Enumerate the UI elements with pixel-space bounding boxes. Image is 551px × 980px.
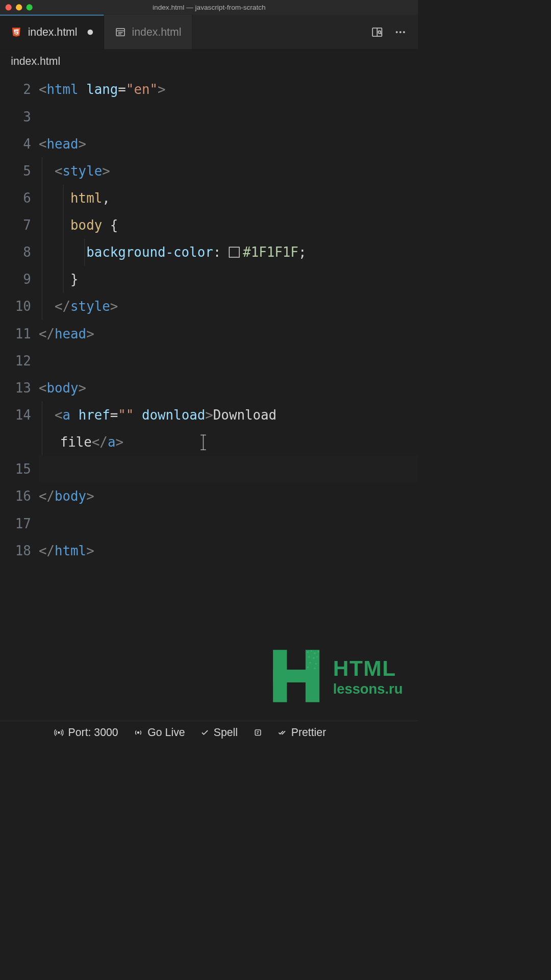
watermark-subtitle: lessons.ru [333, 680, 403, 697]
broadcast-icon [134, 728, 143, 737]
broadcast-icon [54, 728, 63, 737]
window-title: index.html — javascript-from-scratch [153, 3, 266, 11]
html5-icon [11, 27, 21, 37]
svg-point-9 [399, 31, 402, 33]
h-logo-icon [267, 643, 325, 709]
svg-point-24 [314, 668, 315, 669]
svg-point-22 [315, 663, 317, 665]
svg-point-14 [307, 651, 309, 653]
status-spell[interactable]: Spell [201, 726, 238, 739]
svg-rect-12 [273, 670, 308, 682]
watermark-logo: HTML lessons.ru [267, 643, 403, 709]
svg-point-25 [58, 731, 60, 733]
color-swatch-icon[interactable] [229, 247, 240, 257]
svg-point-20 [316, 656, 318, 657]
tab-index-html-active[interactable]: index.html [0, 15, 104, 50]
status-prettier[interactable]: Prettier [278, 726, 326, 739]
check-icon [201, 728, 209, 737]
format-icon [253, 728, 262, 737]
tab-label: index.html [132, 26, 182, 38]
tab-label: index.html [28, 26, 78, 38]
text-cursor [203, 434, 203, 450]
dirty-indicator-icon [87, 29, 93, 35]
svg-rect-13 [306, 650, 319, 702]
tab-bar: index.html index.html [0, 15, 418, 50]
svg-point-18 [308, 656, 310, 657]
svg-rect-27 [255, 730, 261, 736]
watermark-title: HTML [333, 655, 403, 680]
more-actions-button[interactable] [393, 25, 407, 39]
svg-point-21 [309, 662, 311, 664]
svg-point-6 [378, 31, 381, 33]
close-window-button[interactable] [6, 4, 12, 10]
status-bar: Port: 3000 Go Live Spell Prettier [0, 721, 418, 744]
traffic-lights [6, 4, 33, 10]
breadcrumb[interactable]: index.html [0, 50, 418, 73]
svg-point-16 [314, 652, 316, 654]
svg-point-26 [138, 731, 139, 733]
svg-point-8 [396, 31, 398, 33]
code-area[interactable]: <html lang="en"><head> <style> html, bod… [39, 76, 418, 564]
svg-point-23 [307, 667, 309, 668]
split-preview-button[interactable] [370, 25, 384, 39]
breadcrumb-item: index.html [11, 55, 60, 67]
preview-icon [115, 27, 126, 37]
svg-point-19 [313, 657, 315, 659]
line-number-gutter: 23456789101112131415161718 [0, 76, 39, 564]
maximize-window-button[interactable] [27, 4, 33, 10]
status-port[interactable]: Port: 3000 [54, 726, 118, 739]
tab-index-html-preview[interactable]: index.html [104, 15, 193, 50]
status-prettier-icon-only[interactable] [253, 728, 262, 737]
tab-actions [370, 15, 418, 50]
double-check-icon [278, 728, 287, 737]
titlebar: index.html — javascript-from-scratch [0, 0, 418, 15]
code-editor[interactable]: 23456789101112131415161718 <html lang="e… [0, 73, 418, 564]
svg-point-10 [403, 31, 405, 33]
svg-point-15 [311, 650, 312, 652]
status-go-live[interactable]: Go Live [134, 726, 185, 739]
svg-point-17 [317, 651, 319, 652]
minimize-window-button[interactable] [16, 4, 22, 10]
